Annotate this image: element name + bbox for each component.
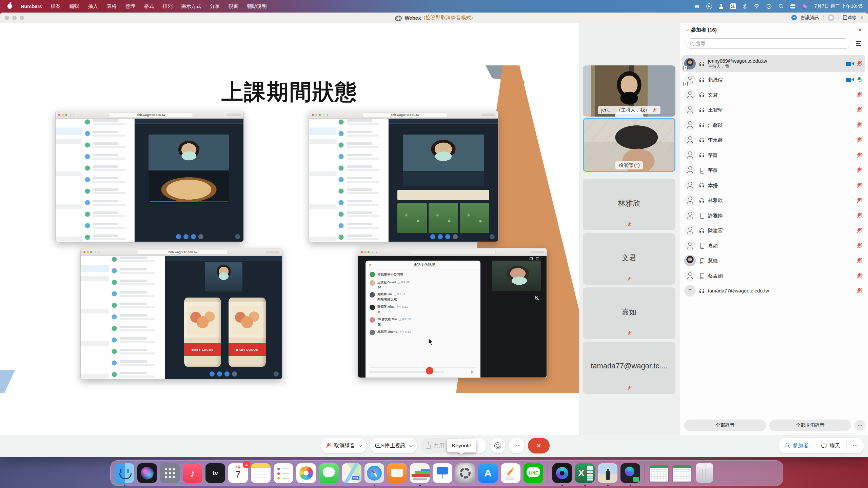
dock-photos[interactable] <box>296 463 316 483</box>
control-center-icon[interactable] <box>790 4 795 8</box>
menu-視窗[interactable]: 視窗 <box>229 3 238 9</box>
participant-row-7[interactable]: 芊甯 <box>682 148 865 163</box>
app-menu-numbers[interactable]: Numbers <box>21 4 42 9</box>
menu-編輯[interactable]: 編輯 <box>70 3 79 9</box>
mic-status-icon[interactable] <box>857 182 862 188</box>
dock-calendar[interactable]: 47月7 <box>228 463 248 483</box>
mic-status-icon[interactable] <box>857 77 862 83</box>
siri-icon[interactable] <box>802 4 808 9</box>
mic-status-icon[interactable] <box>857 122 862 128</box>
menu-輔助說明[interactable]: 輔助說明 <box>247 3 267 9</box>
dock-finder[interactable] <box>115 463 134 483</box>
menu-排列[interactable]: 排列 <box>163 3 173 9</box>
meeting-info-icon[interactable] <box>791 15 797 20</box>
dock-numbers[interactable] <box>410 463 430 483</box>
participant-row-11[interactable]: 許雅婷 <box>682 208 865 223</box>
play-status-icon[interactable]: ▶ <box>706 3 712 9</box>
dock-books[interactable] <box>387 463 407 483</box>
dock-launchpad[interactable] <box>160 463 180 483</box>
dock-webex-meetings[interactable] <box>620 463 640 483</box>
menu-檔案[interactable]: 檔案 <box>51 3 61 9</box>
video-tile-1[interactable]: jen... （主持人，我） <box>583 65 675 117</box>
participant-row-9[interactable]: 幸姍 <box>682 178 865 193</box>
dock-siri[interactable] <box>137 463 157 483</box>
participant-row-4[interactable]: 王智聖 <box>682 102 865 118</box>
mic-status-icon[interactable] <box>857 273 862 279</box>
participant-row-8[interactable]: 芊甯 <box>682 163 865 178</box>
participant-row-14[interactable]: 慧徹 <box>682 253 865 268</box>
mic-status-icon[interactable] <box>857 61 862 67</box>
dock-line[interactable]: LINE <box>524 463 543 483</box>
wifi-icon[interactable] <box>753 4 760 8</box>
participants-toggle-button[interactable]: 參加者 <box>778 441 815 450</box>
mic-status-icon[interactable] <box>857 227 862 233</box>
leave-meeting-button[interactable]: × <box>528 438 550 453</box>
sort-participants-icon[interactable] <box>856 41 863 46</box>
dock-minimized-window[interactable] <box>672 463 692 483</box>
dock-excel[interactable]: X <box>575 463 595 483</box>
participant-row-5[interactable]: 江馨以 <box>682 118 865 133</box>
mute-all-button[interactable]: 全部靜音 <box>684 420 766 431</box>
more-options-button[interactable]: ⋯ <box>509 438 525 453</box>
dock-reminders[interactable] <box>274 463 293 483</box>
collapse-chevron-icon[interactable] <box>686 27 689 31</box>
dock-safari[interactable] <box>364 463 384 483</box>
dock-trash[interactable] <box>695 463 714 483</box>
mic-status-icon[interactable] <box>857 243 862 249</box>
participant-row-10[interactable]: 林雅欣 <box>682 193 865 208</box>
dock-messages[interactable] <box>319 463 339 483</box>
mic-status-icon[interactable] <box>857 212 862 219</box>
panel-more-button[interactable]: ⋯ <box>846 441 864 450</box>
dock-minimized-window[interactable] <box>649 463 669 483</box>
dock-music[interactable] <box>183 463 202 483</box>
menu-整理[interactable]: 整理 <box>125 3 135 9</box>
webex-status-icon[interactable]: W <box>694 3 699 9</box>
dock-pages[interactable] <box>501 463 520 483</box>
dock-notes[interactable] <box>251 463 271 483</box>
record-indicator-icon[interactable] <box>828 14 834 21</box>
dock-maps[interactable]: 280 <box>342 463 361 483</box>
participant-row-16[interactable]: T tamada77@wagor.tc.edu.tw <box>682 283 865 299</box>
dock-keynote[interactable] <box>433 463 452 483</box>
panel-close-icon[interactable]: × <box>858 26 862 34</box>
dock-system-preferences[interactable] <box>455 463 475 483</box>
mic-status-icon[interactable] <box>857 92 862 98</box>
input-method-icon[interactable]: 注 <box>730 3 736 9</box>
mic-status-icon[interactable] <box>857 137 862 143</box>
time-machine-icon[interactable] <box>766 4 772 9</box>
participant-row-2[interactable]: 賴泯儒 <box>682 72 865 87</box>
unmute-button[interactable]: 取消靜音 <box>320 438 367 453</box>
dock-webex[interactable] <box>552 463 572 483</box>
participant-search-input[interactable]: 搜尋 <box>686 38 850 49</box>
participant-tile-6[interactable]: tamada77@wagor.tc.... <box>583 342 675 394</box>
participant-row-12[interactable]: 陳建宏 <box>682 223 865 238</box>
unmute-all-button[interactable]: 全部取消靜音 <box>769 420 851 431</box>
participant-tile-4[interactable]: 文君 <box>583 233 675 285</box>
mic-status-icon[interactable] <box>857 288 862 294</box>
mic-status-icon[interactable] <box>857 107 862 113</box>
dock-photo-app[interactable] <box>598 463 617 483</box>
mic-status-icon[interactable] <box>857 152 862 158</box>
participant-row-3[interactable]: 文君 <box>682 87 865 103</box>
menu-顯示方式[interactable]: 顯示方式 <box>181 3 201 9</box>
camera-on-icon[interactable] <box>846 62 851 66</box>
participant-row-1[interactable]: jenny069@wagor.tc.edu.tw 主持人，我 <box>682 55 865 72</box>
menu-bar-clock[interactable]: 7月7日 週三 上午10:45 <box>814 3 863 9</box>
participants-more-button[interactable]: ⋯ <box>854 420 865 431</box>
participant-row-13[interactable]: 嘉如 <box>682 238 865 253</box>
apple-menu-icon[interactable] <box>7 4 12 9</box>
user-status-icon[interactable] <box>719 4 724 9</box>
participant-tile-3[interactable]: 林雅欣 <box>583 179 675 230</box>
menu-插入[interactable]: 插入 <box>88 3 98 9</box>
dock-app-store[interactable]: A <box>478 463 498 483</box>
reactions-button[interactable] <box>490 438 506 453</box>
camera-on-icon[interactable] <box>846 78 851 82</box>
chat-toggle-button[interactable]: 聊天 <box>815 441 846 450</box>
mic-status-icon[interactable] <box>857 258 862 264</box>
menu-分享[interactable]: 分享 <box>210 3 220 9</box>
participant-row-6[interactable]: 李永馨 <box>682 133 865 148</box>
mic-status-icon[interactable] <box>857 197 862 203</box>
menu-格式[interactable]: 格式 <box>144 3 154 9</box>
dock-apple-tv[interactable]: tv <box>205 463 225 483</box>
bluetooth-icon[interactable] <box>743 4 747 9</box>
